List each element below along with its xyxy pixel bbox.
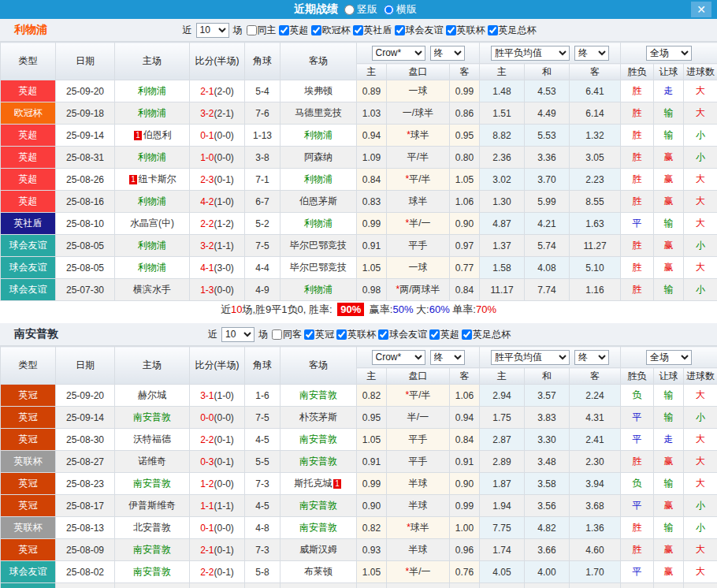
close-button[interactable]: ✕	[691, 2, 711, 17]
fulltime-score: 4-2	[200, 196, 214, 207]
games-count-select[interactable]: 10	[196, 23, 229, 38]
league-filter-option[interactable]: 英社盾	[353, 24, 392, 37]
let-result-cell: 输	[654, 279, 684, 301]
home-odds-cell: 1.03	[357, 102, 387, 125]
match-row: 英超25-09-20利物浦2-1(2-0)5-4埃弗顿0.89一球0.991.4…	[1, 80, 717, 102]
avg-type-select[interactable]: 胜平负均值	[491, 350, 570, 365]
league-filter-checkbox[interactable]	[311, 25, 321, 35]
type-cell: 英联杯	[1, 517, 56, 539]
fulltime-score: 3-2	[200, 108, 214, 119]
same-side-checkbox[interactable]	[272, 329, 282, 340]
date-cell: 25-08-31	[56, 147, 115, 169]
league-filter-checkbox[interactable]	[446, 25, 456, 35]
away-team-name: 伯恩茅斯	[299, 195, 337, 207]
league-filter-checkbox[interactable]	[429, 329, 440, 340]
same-side-option[interactable]: 同主	[247, 24, 277, 37]
odds-final-select[interactable]: 终	[430, 350, 465, 365]
halftime-score: (0-1)	[214, 567, 234, 578]
away-odds-cell: 0.70	[450, 583, 480, 588]
league-filter-option[interactable]: 英联杯	[446, 24, 485, 37]
away-team-cell: 南安普敦	[280, 517, 357, 539]
league-filter-checkbox[interactable]	[395, 25, 405, 35]
home-odds-cell: 0.82	[357, 385, 387, 407]
home-team-name: 利物浦	[138, 240, 166, 251]
date-cell: 25-09-14	[56, 125, 115, 147]
col-header-away: 客场	[280, 43, 357, 80]
home-odds-cell: 0.95	[357, 407, 387, 429]
sub-header-handicap: 盘口	[387, 64, 450, 80]
avg-draw-cell: 4.82	[525, 517, 570, 539]
league-filter-checkbox[interactable]	[462, 329, 472, 340]
layout-option-vertical[interactable]: 竖版	[344, 2, 377, 17]
league-filter-option[interactable]: 球会友谊	[395, 24, 444, 37]
match-scope-select[interactable]: 全场	[646, 350, 692, 365]
league-filter-option[interactable]: 英超	[279, 24, 309, 37]
let-result-cell: 走	[654, 80, 684, 102]
home-team-cell: 利物浦	[115, 80, 190, 102]
league-filter-checkbox[interactable]	[336, 329, 347, 340]
corner-cell: 7-5	[245, 407, 280, 429]
avg-final-select[interactable]: 终	[574, 46, 609, 61]
score-cell: 1-3(0-0)	[190, 279, 245, 301]
home-team-cell: 爱斯宾奴(中)	[115, 583, 190, 588]
match-row: 英冠25-08-23南安普敦1-2(0-0)7-3斯托克城10.99半球0.90…	[1, 473, 717, 495]
match-row: 球会友谊25-07-30横滨水手1-3(0-0)4-9利物浦0.98*两/两球半…	[1, 279, 717, 301]
league-filter-checkbox[interactable]	[378, 329, 388, 340]
date-cell: 25-08-16	[56, 191, 115, 213]
sub-header-result: 胜负	[621, 64, 654, 80]
games-count-select[interactable]: 10	[221, 327, 254, 342]
date-cell: 25-07-30	[56, 279, 115, 301]
home-team-name: 利物浦	[138, 262, 166, 273]
odds-source-select[interactable]: Crow*	[372, 46, 425, 61]
layout-option-horizontal[interactable]: 横版	[384, 2, 417, 17]
league-filter-option[interactable]: 欧冠杯	[311, 24, 351, 37]
home-team-cell: 水晶宫(中)	[115, 213, 190, 235]
odds-source-select[interactable]: Crow*	[372, 350, 425, 365]
league-filter-checkbox[interactable]	[353, 25, 363, 35]
halftime-score: (0-0)	[214, 523, 234, 534]
home-team-cell: 北安普敦	[115, 517, 190, 539]
avg-home-cell: 1.74	[480, 539, 525, 561]
league-filter-option[interactable]: 球会友谊	[378, 328, 427, 341]
league-filter-label: 欧冠杯	[322, 24, 351, 37]
result-cell: 负	[621, 385, 654, 407]
goals-cell: 大	[684, 191, 717, 213]
corner-cell: 4-5	[245, 429, 280, 451]
league-filter-option[interactable]: 英冠	[304, 328, 334, 341]
odds-filter-group: Crow*终	[357, 43, 480, 64]
section-header: 南安普敦近10场同客英冠英联杯球会友谊英超英足总杯	[0, 323, 717, 346]
league-filter-option[interactable]: 英足总杯	[488, 24, 537, 37]
handicap-cell: 平/半	[387, 147, 450, 169]
score-cell: 0-1(0-0)	[190, 517, 245, 539]
away-odds-cell: 0.95	[450, 125, 480, 147]
sub-header-avg-home: 主	[480, 64, 525, 80]
league-filter-checkbox[interactable]	[488, 25, 498, 35]
type-cell: 球会友谊	[1, 583, 56, 588]
away-odds-cell: 0.84	[450, 279, 480, 301]
avg-home-cell: 1.94	[480, 495, 525, 517]
fulltime-score: 1-3	[200, 285, 214, 296]
odds-final-select[interactable]: 终	[430, 46, 465, 61]
sub-header-result: 胜负	[621, 368, 654, 385]
match-row: 英冠25-09-20赫尔城3-1(1-0)1-6南安普敦0.82*平/半1.06…	[1, 385, 717, 407]
home-team-name: 利物浦	[138, 107, 166, 118]
let-result-cell: 输	[654, 583, 684, 588]
vertical-layout-radio[interactable]	[344, 5, 355, 15]
league-filter-checkbox[interactable]	[304, 329, 314, 340]
home-odds-cell: 1.05	[357, 257, 387, 279]
fulltime-score: 2-3	[200, 174, 214, 185]
same-side-checkbox[interactable]	[247, 25, 257, 35]
handicap-cell: 半/一	[387, 407, 450, 429]
league-filter-option[interactable]: 英联杯	[336, 328, 376, 341]
away-team-cell: 南安普敦	[280, 451, 357, 473]
league-filter-option[interactable]: 英足总杯	[462, 328, 511, 341]
avg-type-select[interactable]: 胜平负均值	[491, 46, 570, 61]
let-result-cell: 赢	[654, 147, 684, 169]
same-side-option[interactable]: 同客	[272, 328, 302, 341]
league-filter-checkbox[interactable]	[279, 25, 289, 35]
league-filter-option[interactable]: 英超	[429, 328, 459, 341]
match-scope-select[interactable]: 全场	[646, 46, 692, 61]
avg-final-select[interactable]: 终	[574, 350, 609, 365]
horizontal-layout-radio[interactable]	[384, 5, 394, 15]
match-row: 球会友谊25-07-26爱斯宾奴(中)2-1(0-0)3-0南安普敦1.06平/…	[1, 583, 717, 588]
